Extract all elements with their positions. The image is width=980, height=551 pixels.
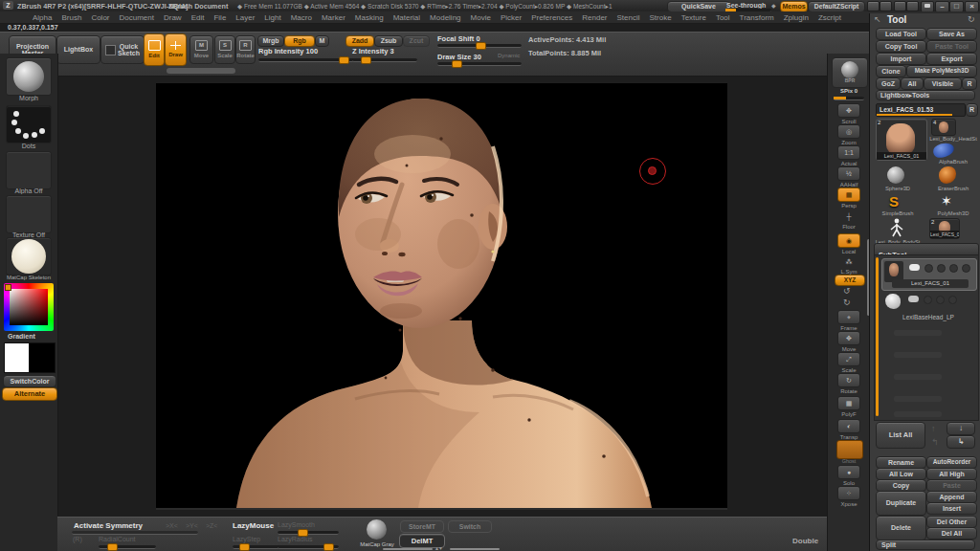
menu-transform[interactable]: Transform <box>740 13 774 22</box>
menu-zplugin[interactable]: Zplugin <box>784 13 809 22</box>
tray-resize-handle-icon[interactable]: ▲▼ <box>434 545 442 551</box>
focal-shift-slider-label[interactable]: Focal Shift 0 <box>437 34 480 43</box>
rgb-button[interactable]: Rgb <box>284 35 315 47</box>
shelf-scale-button[interactable]: ⤢ Scale <box>833 352 865 373</box>
goz-visible-button[interactable]: Visible <box>924 77 962 90</box>
matcap-material-sphere[interactable] <box>367 519 387 540</box>
menu-stroke[interactable]: Stroke <box>650 13 672 22</box>
tool-r-button[interactable]: R <box>966 103 978 117</box>
copy-tool-button[interactable]: Copy Tool <box>876 40 926 53</box>
visibility-eye-icon[interactable] <box>909 264 920 271</box>
scale-button[interactable]: S Scale <box>214 35 235 64</box>
subtool-toggle-icon-3[interactable] <box>948 296 957 304</box>
draw-size-slider[interactable] <box>437 62 522 66</box>
menu-masking[interactable]: Masking <box>355 13 384 22</box>
radial-count-slider-label[interactable]: RadialCount <box>99 536 136 542</box>
save-as-button[interactable]: Save As <box>926 28 977 40</box>
lazystep-knob[interactable] <box>239 543 250 551</box>
alternate-button[interactable]: Alternate <box>2 387 57 401</box>
m-button[interactable]: M <box>315 35 329 47</box>
shelf-transp-button[interactable]: ◐ Transp <box>833 419 865 440</box>
menu-modeling[interactable]: Modeling <box>430 13 460 22</box>
draw-button[interactable]: Draw <box>165 33 187 66</box>
subtool-scrollbar[interactable] <box>876 257 879 416</box>
subtool-empty-slot[interactable] <box>894 411 942 417</box>
shelf-rotate-button[interactable]: ↻ Rotate <box>833 373 865 394</box>
current-brush-thumb[interactable] <box>6 57 52 96</box>
z-intensity-slider[interactable] <box>352 58 417 62</box>
shelf-lsym-button[interactable]: ⁂ L.Sym <box>833 255 865 275</box>
current-texture-thumb[interactable] <box>6 195 52 233</box>
menu-movie[interactable]: Movie <box>471 13 491 22</box>
subtool-toggle-icon-2[interactable] <box>936 296 945 304</box>
shelf-move-button[interactable]: ✥ Move <box>833 331 865 352</box>
subtool-branch-down-button[interactable]: ↳ <box>947 435 975 449</box>
goz-all-button[interactable]: All <box>901 77 924 90</box>
visibility-eye-icon[interactable] <box>908 296 919 302</box>
bpr-render-button[interactable]: BPR <box>832 57 868 88</box>
lightbox-tools-button[interactable]: Lightbox▸Tools <box>876 90 975 100</box>
lazymouse-button[interactable]: LazyMouse <box>233 521 274 530</box>
color-picker-square[interactable] <box>10 289 48 325</box>
shelf-xyz-button[interactable]: XYZ <box>835 275 865 286</box>
rgb-intensity-slider[interactable] <box>258 58 364 62</box>
menu-marker[interactable]: Marker <box>322 13 345 22</box>
menu-preferences[interactable]: Preferences <box>531 13 572 22</box>
spix-slider-label[interactable]: SPix 0 <box>828 88 870 94</box>
see-through-slider-label[interactable]: See-through <box>726 2 766 9</box>
shelf-scroll-button[interactable]: ✥ Scroll <box>833 103 865 124</box>
lazyradius-knob[interactable] <box>323 543 334 551</box>
tool-thumb-head[interactable]: 4 <box>931 119 956 136</box>
export-button[interactable]: Export <box>926 53 977 65</box>
color-picker-reset-icon[interactable] <box>5 284 11 291</box>
delete-button[interactable]: Delete <box>876 516 926 540</box>
menu-texture[interactable]: Texture <box>681 13 706 22</box>
menu-tool[interactable]: Tool <box>716 13 730 22</box>
subtool-item-selected[interactable]: Lexi_FACS_01 <box>881 258 977 291</box>
current-material-thumb[interactable] <box>6 237 52 276</box>
active-tool-slider[interactable]: Lexi_FACS_01.53 <box>876 103 966 117</box>
goz-r-button[interactable]: R <box>962 77 977 90</box>
tool-thumb-simplebrush[interactable]: S <box>889 193 899 209</box>
subtool-empty-slot[interactable] <box>894 330 942 336</box>
y-rotate-icon[interactable]: ↺ <box>843 286 851 296</box>
subtool-empty-slot[interactable] <box>894 352 942 358</box>
shelf-local-button[interactable]: ◉ Local <box>833 233 865 254</box>
goz-button[interactable]: GoZ <box>876 77 901 90</box>
zadd-button[interactable]: Zadd <box>345 35 374 47</box>
subtool-toggle-icon-3[interactable] <box>949 264 958 273</box>
subtool-down-button[interactable]: ↓ <box>947 422 975 435</box>
lazystep-slider-label[interactable]: LazyStep <box>233 536 260 542</box>
tool-thumb-polymesh3d[interactable]: ✶ <box>941 193 952 209</box>
split-button[interactable]: Split <box>876 540 975 550</box>
lazyradius-slider-label[interactable]: LazyRadius <box>278 536 313 542</box>
tool-thumb-sphere3d[interactable] <box>887 166 904 184</box>
menu-alpha[interactable]: Alpha <box>33 13 52 22</box>
edit-button[interactable]: Edit <box>144 33 165 66</box>
activate-symmetry-button[interactable]: Activate Symmetry <box>74 521 143 530</box>
quick-sketch-button[interactable]: Quick Sketch <box>100 35 145 64</box>
subtool-item[interactable]: LexiBaseHead_LP <box>881 293 975 323</box>
menu-light[interactable]: Light <box>264 13 280 22</box>
clone-button[interactable]: Clone <box>876 65 906 77</box>
radial-count-knob[interactable] <box>107 543 118 551</box>
restore-config-icon[interactable]: ↻ <box>968 14 975 24</box>
radial-count-slider[interactable] <box>99 545 156 549</box>
tool-thumb-facs2[interactable]: 2 Lexi_FACS_01 <box>929 218 960 239</box>
menu-picker[interactable]: Picker <box>501 13 522 22</box>
tray-divider-handle[interactable] <box>167 68 235 74</box>
tool-thumb-bodyst[interactable] <box>889 218 904 237</box>
menu-material[interactable]: Material <box>393 13 420 22</box>
switch-color-button[interactable]: SwitchColor <box>3 375 56 387</box>
subtool-toggle-icon-2[interactable] <box>937 264 946 273</box>
rgb-intensity-knob[interactable] <box>339 56 349 64</box>
shelf-ghost-button[interactable] <box>836 440 863 459</box>
shelf-aahalf-button[interactable]: ½ AAHalf <box>833 166 865 187</box>
shelf-xpose-button[interactable]: ⁘ Xpose <box>833 486 865 507</box>
dynamic-toggle[interactable]: Dynamic <box>498 53 520 58</box>
import-button[interactable]: Import <box>876 53 926 65</box>
subtool-empty-slot[interactable] <box>894 396 942 402</box>
insert-button[interactable]: Insert <box>926 502 977 515</box>
move-button[interactable]: M Move <box>189 35 213 64</box>
shelf-solo-button[interactable]: ● Solo <box>833 465 865 486</box>
